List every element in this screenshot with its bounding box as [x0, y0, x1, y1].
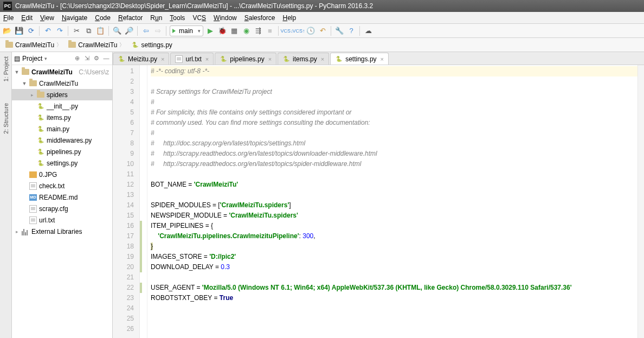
menu-help[interactable]: Help: [282, 14, 296, 22]
tree-file-init[interactable]: 🐍__init__.py: [12, 100, 112, 112]
tree-file-middlewares[interactable]: 🐍middlewares.py: [12, 135, 112, 146]
side-tab-structure[interactable]: 2: Structure: [3, 103, 9, 134]
menu-vcs[interactable]: VCS: [192, 14, 206, 22]
menu-salesforce[interactable]: Salesforce: [244, 14, 275, 22]
sf-icon[interactable]: ☁: [363, 26, 373, 36]
tab-url[interactable]: url.txt×: [170, 53, 214, 65]
sync-icon[interactable]: ⟳: [26, 26, 36, 36]
tree-pkg[interactable]: ▼CrawlMeiziTu: [12, 78, 112, 89]
tab-settings[interactable]: 🐍settings.py×: [330, 53, 389, 65]
open-icon[interactable]: 📂: [2, 26, 12, 36]
text-file-icon: [29, 205, 37, 213]
title-bar: PC CrawlMeiziTu - [C:\Users\zhangxl23\De…: [0, 0, 644, 12]
back-icon[interactable]: ⇦: [141, 26, 151, 36]
crumb-pkg[interactable]: CrawlMeiziTu〉: [66, 41, 127, 49]
menu-refactor[interactable]: Refactor: [118, 14, 143, 22]
markdown-file-icon: MD: [29, 194, 37, 201]
image-file-icon: [29, 171, 37, 178]
tree-file-readme[interactable]: MDREADME.md: [12, 192, 112, 203]
python-file-icon: 🐍: [37, 125, 44, 133]
text-file-icon: [175, 55, 183, 63]
revert-icon[interactable]: ↶: [318, 26, 327, 36]
folder-icon: [68, 42, 76, 48]
folder-icon: [22, 69, 29, 75]
redo-icon[interactable]: ↷: [55, 26, 65, 36]
tree-file-url[interactable]: url.txt: [12, 214, 112, 226]
error-stripe: [637, 65, 644, 338]
tree-file-main[interactable]: 🐍main.py: [12, 123, 112, 135]
python-file-icon: 🐍: [335, 55, 343, 63]
collapse-icon[interactable]: ⇲: [83, 55, 91, 62]
help-icon[interactable]: ?: [346, 26, 356, 36]
menu-run[interactable]: Run: [150, 14, 162, 22]
project-header: ▤ Project ▾ ⊕ ⇲ ⚙ —: [12, 52, 112, 65]
menu-file[interactable]: File: [3, 14, 14, 22]
code-area[interactable]: 1234567891011121314151617181920212223242…: [113, 65, 644, 338]
editor: 🐍Meizitu.py× url.txt× 🐍pipelines.py× 🐍it…: [113, 52, 644, 338]
tree-file-pipelines[interactable]: 🐍pipelines.py: [12, 146, 112, 157]
tree-root[interactable]: ▼CrawlMeiziTu C:\Users\z: [12, 66, 112, 78]
profile-icon[interactable]: ◉: [241, 26, 251, 36]
tree-ext-lib[interactable]: ▸External Libraries: [12, 226, 112, 237]
paste-icon[interactable]: 📋: [95, 26, 105, 36]
gear-icon[interactable]: ⚙: [93, 55, 100, 62]
menu-view[interactable]: View: [40, 14, 54, 22]
save-icon[interactable]: 💾: [14, 26, 24, 36]
menu-tools[interactable]: Tools: [170, 14, 185, 22]
close-icon[interactable]: ×: [161, 56, 164, 62]
menu-navigate[interactable]: Navigate: [62, 14, 87, 22]
cut-icon[interactable]: ✂: [72, 26, 81, 36]
settings-icon[interactable]: 🔧: [334, 26, 344, 36]
run-icon[interactable]: ▶: [205, 26, 215, 36]
replace-icon[interactable]: 🔎: [124, 26, 134, 36]
fold-margin: [140, 65, 147, 338]
tab-meizitu[interactable]: 🐍Meizitu.py×: [113, 53, 169, 65]
copy-icon[interactable]: ⧉: [83, 26, 93, 36]
python-file-icon: 🐍: [37, 148, 44, 156]
window-title: CrawlMeiziTu - [C:\Users\zhangxl23\Deskt…: [15, 2, 373, 10]
menu-window[interactable]: Window: [214, 14, 237, 22]
tree-file-items[interactable]: 🐍items.py: [12, 112, 112, 123]
vcs-update-icon[interactable]: VCS↓: [282, 26, 292, 36]
tree-file-cfg[interactable]: scrapy.cfg: [12, 203, 112, 214]
folder-icon: [29, 80, 37, 86]
editor-tabs: 🐍Meizitu.py× url.txt× 🐍pipelines.py× 🐍it…: [113, 52, 644, 65]
find-icon[interactable]: 🔍: [112, 26, 122, 36]
crumb-root[interactable]: CrawlMeiziTu〉: [3, 41, 64, 49]
code-lines[interactable]: # -*- coding: utf-8 -*- # Scrapy setting…: [147, 65, 637, 338]
history-icon[interactable]: 🕓: [306, 26, 315, 36]
close-icon[interactable]: ×: [268, 56, 272, 62]
breadcrumb-bar: CrawlMeiziTu〉 CrawlMeiziTu〉 🐍settings.py: [0, 38, 644, 52]
side-tab-project[interactable]: 1: Project: [3, 56, 9, 81]
concurrent-icon[interactable]: ⇶: [253, 26, 263, 36]
python-file-icon: 🐍: [37, 114, 44, 122]
hide-icon[interactable]: —: [102, 55, 110, 62]
menu-edit[interactable]: Edit: [21, 14, 33, 22]
tree-file-settings[interactable]: 🐍settings.py: [12, 157, 112, 169]
project-tree: ▼CrawlMeiziTu C:\Users\z ▼CrawlMeiziTu ▸…: [12, 65, 112, 338]
tree-file-check[interactable]: check.txt: [12, 180, 112, 192]
tab-items[interactable]: 🐍items.py×: [278, 53, 329, 65]
close-icon[interactable]: ×: [381, 56, 384, 62]
vcs-commit-icon[interactable]: VCS↑: [294, 26, 304, 36]
python-file-icon: 🐍: [118, 55, 125, 63]
undo-icon[interactable]: ↶: [43, 26, 53, 36]
close-icon[interactable]: ×: [205, 56, 209, 62]
python-file-icon: 🐍: [37, 137, 44, 144]
crumb-file[interactable]: 🐍settings.py: [129, 41, 174, 49]
tree-file-jpg[interactable]: 0.JPG: [12, 169, 112, 180]
scroll-to-icon[interactable]: ⊕: [73, 55, 81, 62]
tab-pipelines[interactable]: 🐍pipelines.py×: [215, 53, 276, 65]
python-file-icon: 🐍: [37, 103, 44, 110]
stop-icon[interactable]: ■: [265, 26, 275, 36]
library-icon: [22, 228, 29, 235]
debug-icon[interactable]: 🐞: [217, 26, 227, 36]
text-file-icon: [29, 216, 37, 224]
close-icon[interactable]: ×: [321, 56, 324, 62]
python-file-icon: 🐍: [220, 55, 227, 63]
run-config-select[interactable]: main: [170, 25, 203, 36]
forward-icon[interactable]: ⇨: [153, 26, 163, 36]
tree-spiders[interactable]: ▸spiders: [12, 89, 112, 100]
menu-code[interactable]: Code: [95, 14, 111, 22]
coverage-icon[interactable]: ▦: [229, 26, 239, 36]
